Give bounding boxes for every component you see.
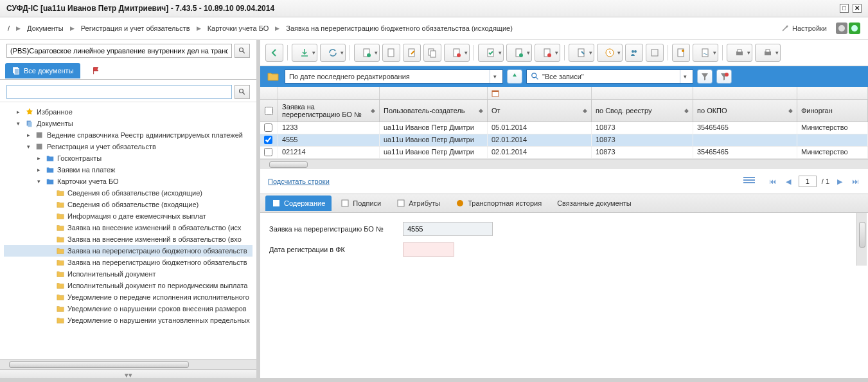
sort-icon[interactable]: ◆ bbox=[583, 107, 587, 114]
select-all-checkbox[interactable] bbox=[265, 107, 273, 115]
filter-date-combo[interactable]: По дате последнего редактирования▾ bbox=[285, 69, 503, 84]
sort-icon[interactable]: ◆ bbox=[788, 107, 793, 114]
toolbar-print-button[interactable] bbox=[727, 44, 752, 62]
tree-item[interactable]: Уведомление о нарушении сроков внесения … bbox=[4, 303, 252, 314]
toolbar-copy-button[interactable] bbox=[423, 44, 441, 62]
close-button[interactable]: ✕ bbox=[853, 4, 862, 13]
filter-records-combo[interactable]: "Все записи"▾ bbox=[526, 69, 693, 84]
breadcrumb-item[interactable]: Регистрация и учет обязательств bbox=[81, 24, 190, 32]
tree-item-favorites[interactable]: ▸Избранное bbox=[4, 106, 252, 118]
breadcrumb-item[interactable]: Карточки учета БО bbox=[208, 24, 269, 32]
table-row[interactable]: 1233 ua11u Иванов Петр Дмитри 05.01.2014… bbox=[260, 122, 868, 134]
tree-item[interactable]: ▸Ведение справочника Реестр администриру… bbox=[4, 129, 252, 141]
column-header[interactable]: по Свод. реестру◆ bbox=[592, 100, 693, 122]
toolbar-edit-button[interactable] bbox=[403, 44, 421, 62]
tree-item[interactable]: Заявка на внесение изменений в обязатель… bbox=[4, 222, 252, 233]
toolbar-back-button[interactable] bbox=[265, 44, 283, 62]
request-number-field[interactable] bbox=[403, 222, 493, 236]
tree-item[interactable]: Сведения об обязательстве (входящие) bbox=[4, 199, 252, 210]
row-checkbox[interactable] bbox=[264, 123, 272, 132]
filter-funnel-button[interactable] bbox=[697, 69, 713, 84]
sidebar-hscrollbar[interactable] bbox=[0, 359, 256, 369]
column-header[interactable]: по ОКПО◆ bbox=[693, 100, 797, 122]
column-header[interactable]: Заявка на перерегистрацию БО №◆ bbox=[278, 100, 380, 122]
toolbar-import-button[interactable] bbox=[292, 44, 317, 62]
tree-item[interactable]: Исполнительный документ bbox=[4, 268, 252, 280]
toolbar-print-alt-button[interactable] bbox=[755, 44, 781, 62]
tree-item[interactable]: Сведения об обязательстве (исходящие) bbox=[4, 187, 252, 199]
toolbar-attach-button[interactable] bbox=[672, 44, 690, 62]
tree-item[interactable]: ▾Регистрация и учет обязательств bbox=[4, 141, 252, 152]
count-rows-link[interactable]: Подсчитать строки bbox=[268, 177, 330, 185]
breadcrumb-item[interactable]: Заявка на перерегистрацию бюджетного обя… bbox=[286, 24, 513, 32]
table-row[interactable]: 021214 ua11u Иванов Петр Дмитри 02.01.20… bbox=[260, 147, 868, 159]
pager-next-button[interactable]: ▶ bbox=[835, 176, 845, 186]
tab-attributes[interactable]: Атрибуты bbox=[390, 196, 447, 211]
tree-item[interactable]: ▸Заявки на платеж bbox=[4, 164, 252, 176]
sidebar-tab-all-documents[interactable]: Все документы bbox=[5, 63, 80, 78]
tree-item[interactable]: Уведомление о нарушении установленных пр… bbox=[4, 314, 252, 326]
toolbar-approve-button[interactable] bbox=[506, 44, 532, 62]
toolbar-history-button[interactable] bbox=[597, 44, 623, 62]
filter-clear-button[interactable] bbox=[716, 69, 732, 84]
status-icon-gray[interactable] bbox=[836, 23, 847, 34]
column-header[interactable]: Пользователь-создатель◆ bbox=[380, 100, 488, 122]
tree-search-input[interactable] bbox=[6, 85, 232, 99]
documents-icon bbox=[25, 119, 34, 128]
tab-linked-documents[interactable]: Связанные документы bbox=[551, 196, 638, 210]
pager-first-button[interactable]: ⏮ bbox=[768, 176, 778, 186]
column-header[interactable]: От◆ bbox=[488, 100, 592, 122]
filter-apply-button[interactable] bbox=[507, 69, 522, 84]
form-label: Дата регистрации в ФК bbox=[269, 246, 398, 253]
attachment-icon bbox=[676, 48, 686, 58]
organization-input[interactable] bbox=[6, 44, 232, 58]
toolbar-check-button[interactable] bbox=[478, 44, 504, 62]
tree-item[interactable]: Заявка на перерегистрацию бюджетного обя… bbox=[4, 257, 252, 268]
list-layout-icon[interactable] bbox=[743, 177, 755, 186]
org-search-button[interactable] bbox=[235, 44, 250, 58]
tree-item[interactable]: Исполнительный документ по периодическим… bbox=[4, 280, 252, 291]
registration-date-field[interactable] bbox=[403, 242, 454, 257]
tree-item-selected[interactable]: Заявка на перерегистрацию бюджетного обя… bbox=[4, 245, 252, 257]
toolbar-reject-button[interactable] bbox=[535, 44, 560, 62]
toolbar-open-button[interactable] bbox=[382, 44, 400, 62]
sort-icon[interactable]: ◆ bbox=[371, 107, 375, 114]
pager-last-button[interactable]: ⏭ bbox=[850, 176, 860, 186]
column-header[interactable]: Финорган bbox=[797, 100, 868, 122]
table-row[interactable]: 4555 ua11u Иванов Петр Дмитри 02.01.2014… bbox=[260, 134, 868, 147]
tree-item[interactable]: ▸Госконтракты bbox=[4, 152, 252, 164]
toolbar-refresh-button[interactable] bbox=[320, 44, 346, 62]
maximize-button[interactable]: □ bbox=[840, 4, 849, 13]
toolbar-new-button[interactable] bbox=[354, 44, 380, 62]
breadcrumb-item[interactable]: Документы bbox=[27, 24, 64, 32]
svg-rect-32 bbox=[702, 49, 708, 57]
tree-item-documents[interactable]: ▾Документы bbox=[4, 118, 252, 129]
tree-item[interactable]: ▾Карточки учета БО bbox=[4, 176, 252, 187]
grid-hscrollbar[interactable] bbox=[260, 159, 868, 169]
toolbar-link-button[interactable] bbox=[646, 44, 664, 62]
link-icon bbox=[650, 48, 660, 58]
row-checkbox[interactable] bbox=[264, 136, 272, 144]
toolbar-sign-button[interactable] bbox=[693, 44, 718, 62]
sort-icon[interactable]: ◆ bbox=[479, 107, 483, 114]
pager-prev-button[interactable]: ◀ bbox=[783, 176, 793, 186]
page-input[interactable] bbox=[799, 176, 817, 187]
toolbar-users-button[interactable] bbox=[625, 44, 643, 62]
toolbar-send-button[interactable] bbox=[569, 44, 594, 62]
tab-signatures[interactable]: Подписи bbox=[334, 196, 387, 211]
status-icon-green[interactable] bbox=[849, 23, 860, 34]
tab-content[interactable]: Содержание bbox=[265, 196, 332, 211]
sort-icon[interactable]: ◆ bbox=[684, 107, 689, 114]
settings-link[interactable]: Настройки bbox=[781, 24, 827, 33]
tab-transport-history[interactable]: Транспортная история bbox=[449, 196, 548, 211]
breadcrumb-root[interactable]: / bbox=[8, 24, 10, 32]
tree-item[interactable]: Уведомление о передаче исполнения исполн… bbox=[4, 291, 252, 303]
tree-search-button[interactable] bbox=[235, 85, 250, 99]
tree-item[interactable]: Заявка на внесение изменений в обязатель… bbox=[4, 233, 252, 245]
tree-item[interactable]: Информация о дате ежемесячных выплат bbox=[4, 210, 252, 222]
content-vscrollbar[interactable] bbox=[856, 213, 867, 266]
filter-folder-icon[interactable] bbox=[265, 69, 281, 84]
row-checkbox[interactable] bbox=[264, 148, 272, 156]
flag-icon[interactable] bbox=[92, 66, 101, 75]
toolbar-delete-button[interactable] bbox=[444, 44, 470, 62]
